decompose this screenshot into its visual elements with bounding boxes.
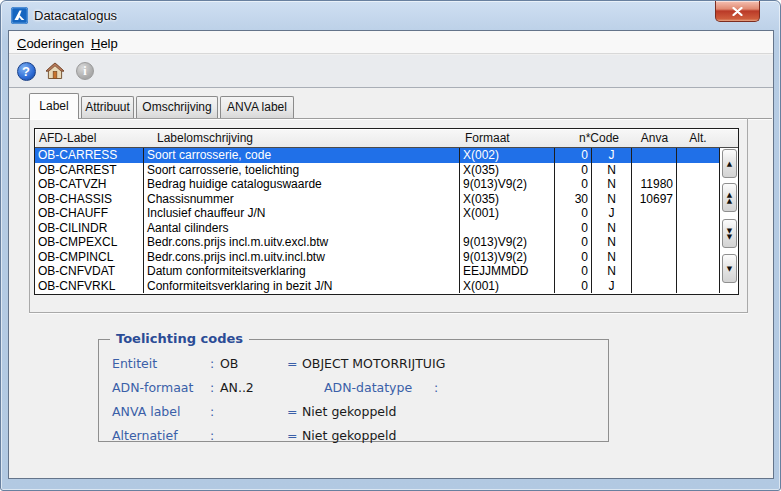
- cell-formaat: X(001): [460, 279, 555, 294]
- cell-formaat: X(035): [460, 192, 555, 207]
- cell-anva: [632, 250, 677, 265]
- home-icon: [45, 61, 65, 81]
- cell-alt: [677, 192, 719, 207]
- title-bar[interactable]: Datacatalogus: [1, 1, 780, 30]
- home-button[interactable]: [45, 61, 65, 81]
- cell-alt: [677, 206, 719, 221]
- cell-anva: [632, 206, 677, 221]
- table-row[interactable]: OB-CMPEXCLBedr.cons.prijs incl.m.uitv.ex…: [35, 235, 738, 250]
- cell-oms: Soort carrosserie, code: [144, 148, 460, 163]
- tab-omschrijving[interactable]: Omschrijving: [136, 96, 218, 118]
- arrow-down-icon: ▼: [727, 266, 732, 272]
- data-grid: AFD-Label Labelomschrijving Formaat n*Co…: [34, 128, 739, 295]
- cell-formaat: X(002): [460, 148, 555, 163]
- colon: :: [210, 428, 214, 443]
- cell-anva: 10697: [632, 192, 677, 207]
- cell-alt: [677, 221, 719, 236]
- anva-logo-icon: [11, 7, 28, 24]
- close-button[interactable]: [715, 1, 760, 22]
- help-icon: ?: [17, 62, 36, 81]
- cell-n: 0: [555, 250, 592, 265]
- field-label: ANVA label: [112, 404, 180, 419]
- menu-accesskey: H: [91, 36, 100, 51]
- colon: :: [434, 380, 438, 395]
- menu-accesskey: C: [17, 36, 26, 51]
- cell-formaat: 9(013)V9(2): [460, 177, 555, 192]
- column-header-formaat: Formaat: [460, 129, 555, 148]
- cell-oms: Datum conformiteitsverklaring: [144, 264, 460, 279]
- cell-afd: OB-CARREST: [35, 163, 144, 178]
- cell-anva: [632, 235, 677, 250]
- grid-scrollbar[interactable]: ▲ ▲▲ ▼▼ ▼: [719, 148, 738, 293]
- menu-item-help[interactable]: Help: [87, 35, 122, 52]
- cell-code: N: [592, 264, 632, 279]
- table-row[interactable]: OB-CHAUFFInclusief chauffeur J/NX(001)0J: [35, 206, 738, 221]
- cell-oms: Bedrag huidige cataloguswaarde: [144, 177, 460, 192]
- window-content: Coderingen Help ? i Label Attribuut Omsc…: [8, 30, 774, 479]
- scroll-down-button[interactable]: ▼: [722, 254, 737, 283]
- table-row[interactable]: OB-CMPINCLBedr.cons.prijs incl.m.uitv.in…: [35, 250, 738, 265]
- cell-code: N: [592, 192, 632, 207]
- equals-sign: =: [287, 404, 297, 419]
- table-body: OB-CARRESSSoort carrosserie, codeX(002)0…: [35, 148, 738, 293]
- table-row[interactable]: OB-CILINDRAantal cilinders0N: [35, 221, 738, 236]
- cell-code: J: [592, 279, 632, 294]
- info-button[interactable]: i: [75, 61, 95, 81]
- column-header-spacer: [719, 129, 738, 148]
- toelichting-row-anva-label: ANVA label : = Niet gekoppeld: [99, 404, 608, 420]
- table-row[interactable]: OB-CNFVDATDatum conformiteitsverklaringE…: [35, 264, 738, 279]
- cell-formaat: EEJJMMDD: [460, 264, 555, 279]
- cell-afd: OB-CNFVDAT: [35, 264, 144, 279]
- toolbar: ? i: [9, 55, 773, 88]
- info-icon: i: [76, 62, 94, 80]
- groupbox-title: Toelichting codes: [110, 331, 249, 346]
- tab-attribuut[interactable]: Attribuut: [81, 96, 134, 118]
- cell-oms: Inclusief chauffeur J/N: [144, 206, 460, 221]
- field-label: ADN-formaat: [112, 380, 193, 395]
- cell-n: 0: [555, 206, 592, 221]
- table-row[interactable]: OB-CNFVRKLConformiteitsverklaring in bez…: [35, 279, 738, 294]
- menu-item-coderingen[interactable]: Coderingen: [13, 35, 88, 52]
- cell-afd: OB-CMPEXCL: [35, 235, 144, 250]
- cell-alt: [677, 264, 719, 279]
- close-icon: [732, 7, 743, 16]
- window-title: Datacatalogus: [34, 8, 117, 23]
- cell-formaat: X(035): [460, 163, 555, 178]
- cell-n: 0: [555, 177, 592, 192]
- toelichting-row-alternatief: Alternatief : = Niet gekoppeld: [99, 428, 608, 444]
- field-description: Niet gekoppeld: [302, 404, 396, 419]
- cell-anva: [632, 148, 677, 163]
- cell-afd: OB-CILINDR: [35, 221, 144, 236]
- tab-label[interactable]: Label: [29, 93, 79, 119]
- scroll-page-up-button[interactable]: ▲▲: [722, 183, 737, 212]
- grid-header: AFD-Label Labelomschrijving Formaat n*Co…: [35, 129, 738, 148]
- toelichting-row-entiteit: Entiteit : OB = OBJECT MOTORRIJTUIG: [99, 356, 608, 372]
- cell-alt: [677, 235, 719, 250]
- cell-afd: OB-CARRESS: [35, 148, 144, 163]
- column-header-anva: Anva: [632, 129, 677, 148]
- tab-anva-label[interactable]: ANVA label: [220, 96, 294, 118]
- table-row[interactable]: OB-CATVZHBedrag huidige cataloguswaarde9…: [35, 177, 738, 192]
- cell-afd: OB-CMPINCL: [35, 250, 144, 265]
- cell-oms: Bedr.cons.prijs incl.m.uitv.incl.btw: [144, 250, 460, 265]
- field-description: Niet gekoppeld: [302, 428, 396, 443]
- column-header-afd-label: AFD-Label: [35, 129, 144, 148]
- colon: :: [210, 356, 214, 371]
- cell-n: 0: [555, 279, 592, 294]
- cell-n: 0: [555, 221, 592, 236]
- table-row[interactable]: OB-CHASSISChassisnummerX(035)30N10697: [35, 192, 738, 207]
- toelichting-row-adn-formaat: ADN-formaat : AN..2 ADN-datatype :: [99, 380, 608, 396]
- scroll-up-button[interactable]: ▲: [722, 149, 737, 178]
- equals-sign: =: [287, 356, 297, 371]
- cell-anva: [632, 221, 677, 236]
- cell-n: 0: [555, 264, 592, 279]
- colon: :: [210, 380, 214, 395]
- help-button[interactable]: ?: [16, 61, 36, 81]
- menu-bar: Coderingen Help: [9, 31, 773, 54]
- cell-code: J: [592, 148, 632, 163]
- scroll-page-down-button[interactable]: ▼▼: [722, 219, 737, 248]
- column-header-labelomschrijving: Labelomschrijving: [144, 129, 460, 148]
- column-header-ncode: n*Code: [555, 129, 632, 148]
- table-row[interactable]: OB-CARRESSSoort carrosserie, codeX(002)0…: [35, 148, 738, 163]
- table-row[interactable]: OB-CARRESTSoort carrosserie, toelichting…: [35, 163, 738, 178]
